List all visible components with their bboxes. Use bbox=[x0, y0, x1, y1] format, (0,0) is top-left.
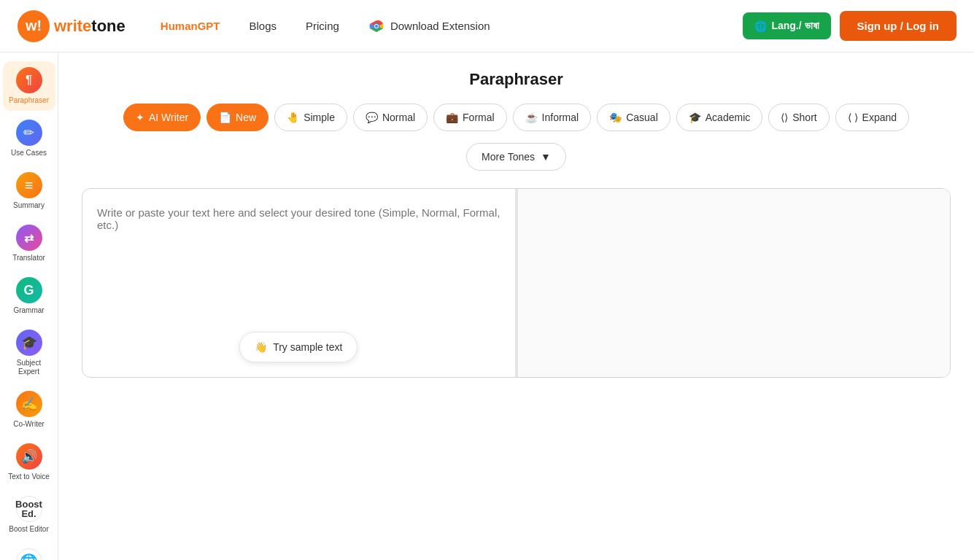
lang-button[interactable]: 🌐 Lang./ ভাষা bbox=[743, 12, 830, 39]
sidebar-item-boost-editor[interactable]: BoostEd. Boost Editor bbox=[3, 490, 55, 540]
formal-icon: 💼 bbox=[446, 112, 458, 123]
sidebar-item-usecases[interactable]: ✏ Use Cases bbox=[3, 114, 55, 163]
sidebar-item-grammar[interactable]: G Grammar bbox=[3, 271, 55, 321]
translator-icon: ⇄ bbox=[16, 225, 42, 251]
texttospeech-icon: 🔊 bbox=[16, 443, 42, 470]
informal-label: Informal bbox=[542, 112, 579, 123]
svg-point-5 bbox=[375, 25, 378, 28]
short-icon: ⟨⟩ bbox=[781, 112, 788, 123]
download-extension-label: Download Extension bbox=[390, 20, 490, 32]
cowriter-icon: ✍ bbox=[16, 391, 42, 417]
page-title: Paraphraser bbox=[82, 70, 951, 89]
subject-expert-label: Subject Expert bbox=[7, 359, 51, 376]
wave-icon: 👋 bbox=[255, 341, 267, 353]
new-icon: 📄 bbox=[219, 112, 231, 123]
nav-download-extension[interactable]: Download Extension bbox=[357, 12, 502, 40]
editor-left-panel: 👋 Try sample text bbox=[82, 189, 516, 377]
extension-icon: 🌐 bbox=[16, 548, 42, 560]
sidebar-item-translator[interactable]: ⇄ Translator bbox=[3, 219, 55, 268]
short-label: Short bbox=[792, 112, 816, 123]
more-tones-button[interactable]: More Tones ▼ bbox=[466, 143, 566, 171]
more-tones-container: More Tones ▼ bbox=[82, 143, 951, 171]
sidebar-item-subject-expert[interactable]: 🎓 Subject Expert bbox=[3, 324, 55, 382]
simple-icon: 🤚 bbox=[287, 112, 299, 123]
sidebar-item-texttospeech[interactable]: 🔊 Text to Voice bbox=[3, 438, 55, 487]
sample-text-button[interactable]: 👋 Try sample text bbox=[239, 332, 357, 362]
paraphraser-icon: ¶ bbox=[16, 67, 42, 93]
ai-writer-icon: ✦ bbox=[136, 112, 144, 123]
usecases-label: Use Cases bbox=[11, 149, 47, 158]
expand-label: Expand bbox=[862, 112, 897, 123]
boost-editor-label: Boost Editor bbox=[9, 525, 48, 534]
normal-label: Normal bbox=[382, 112, 415, 123]
tone-short[interactable]: ⟨⟩ Short bbox=[768, 104, 829, 131]
header: w! writetone HumanGPT Blogs Pricing bbox=[0, 0, 974, 52]
sidebar-item-extension[interactable]: 🌐 Extension bbox=[3, 542, 55, 560]
signup-button[interactable]: Sign up / Log in bbox=[840, 11, 956, 41]
nav-humangpt[interactable]: HumanGPT bbox=[149, 14, 232, 38]
nav-pricing[interactable]: Pricing bbox=[294, 14, 351, 38]
logo-text: writetone bbox=[54, 17, 125, 36]
simple-label: Simple bbox=[304, 112, 335, 123]
tone-informal[interactable]: ☕ Informal bbox=[513, 104, 592, 131]
chrome-icon bbox=[368, 18, 384, 34]
cowriter-label: Co-Writer bbox=[13, 420, 45, 429]
casual-label: Casual bbox=[626, 112, 658, 123]
sidebar: ¶ Paraphraser ✏ Use Cases ≡ Summary ⇄ Tr… bbox=[0, 52, 58, 560]
expand-icon: ⟨ ⟩ bbox=[848, 112, 858, 123]
grammar-label: Grammar bbox=[13, 306, 44, 315]
tone-simple[interactable]: 🤚 Simple bbox=[274, 104, 347, 131]
translator-label: Translator bbox=[12, 254, 45, 262]
main-content: Paraphraser ✦ AI Writer 📄 New 🤚 Simple 💬… bbox=[58, 52, 974, 560]
academic-label: Academic bbox=[706, 112, 750, 123]
editor-right-panel bbox=[518, 189, 951, 377]
chevron-down-icon: ▼ bbox=[541, 151, 551, 163]
informal-icon: ☕ bbox=[525, 112, 538, 123]
tone-normal[interactable]: 💬 Normal bbox=[353, 104, 428, 131]
tone-academic[interactable]: 🎓 Academic bbox=[676, 104, 762, 131]
tone-formal[interactable]: 💼 Formal bbox=[433, 104, 507, 131]
sample-text-label: Try sample text bbox=[273, 341, 342, 353]
new-label: New bbox=[236, 112, 256, 123]
sidebar-item-cowriter[interactable]: ✍ Co-Writer bbox=[3, 385, 55, 435]
ai-writer-label: AI Writer bbox=[149, 112, 188, 123]
globe-icon: 🌐 bbox=[754, 20, 767, 32]
subject-expert-icon: 🎓 bbox=[16, 330, 42, 356]
lang-label: Lang./ ভাষা bbox=[771, 20, 819, 32]
logo[interactable]: w! writetone bbox=[18, 10, 125, 42]
normal-icon: 💬 bbox=[366, 112, 378, 123]
paraphraser-label: Paraphraser bbox=[9, 96, 49, 105]
logo-icon: w! bbox=[18, 10, 50, 42]
sidebar-item-paraphraser[interactable]: ¶ Paraphraser bbox=[3, 61, 55, 111]
tone-expand[interactable]: ⟨ ⟩ Expand bbox=[835, 104, 909, 131]
texttospeech-label: Text to Voice bbox=[8, 472, 50, 481]
tone-casual[interactable]: 🎭 Casual bbox=[597, 104, 670, 131]
usecases-icon: ✏ bbox=[16, 120, 42, 146]
more-tones-label: More Tones bbox=[482, 151, 535, 163]
nav-blogs[interactable]: Blogs bbox=[238, 14, 289, 38]
tone-new[interactable]: 📄 New bbox=[206, 104, 268, 131]
header-right: 🌐 Lang./ ভাষা Sign up / Log in bbox=[743, 11, 956, 41]
editor-container: 👋 Try sample text bbox=[82, 188, 951, 378]
app-container: ¶ Paraphraser ✏ Use Cases ≡ Summary ⇄ Tr… bbox=[0, 52, 974, 560]
main-nav: HumanGPT Blogs Pricing bbox=[149, 12, 743, 40]
sidebar-item-summary[interactable]: ≡ Summary bbox=[3, 166, 55, 216]
summary-label: Summary bbox=[13, 201, 45, 210]
tone-bar: ✦ AI Writer 📄 New 🤚 Simple 💬 Normal 💼 Fo bbox=[82, 104, 951, 131]
boost-editor-icon: BoostEd. bbox=[16, 496, 42, 522]
summary-icon: ≡ bbox=[16, 172, 42, 198]
casual-icon: 🎭 bbox=[609, 112, 622, 123]
academic-icon: 🎓 bbox=[689, 112, 701, 123]
formal-label: Formal bbox=[463, 112, 495, 123]
grammar-icon: G bbox=[16, 277, 42, 303]
tone-ai-writer[interactable]: ✦ AI Writer bbox=[123, 104, 201, 131]
